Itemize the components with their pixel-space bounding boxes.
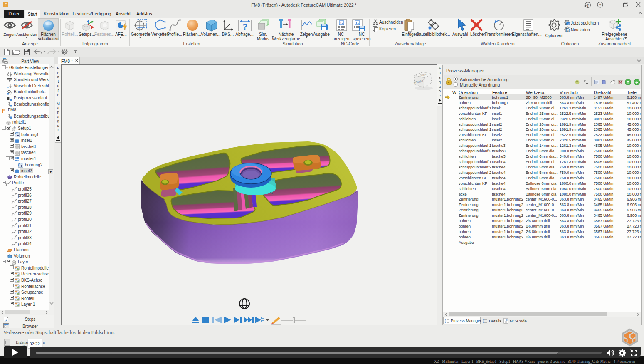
svg-text:?: ? [242,22,247,31]
svg-text:G: G [356,21,359,25]
svg-text:G: G [340,21,343,25]
svg-text:?: ? [599,3,602,7]
svg-text:?: ? [587,3,589,7]
